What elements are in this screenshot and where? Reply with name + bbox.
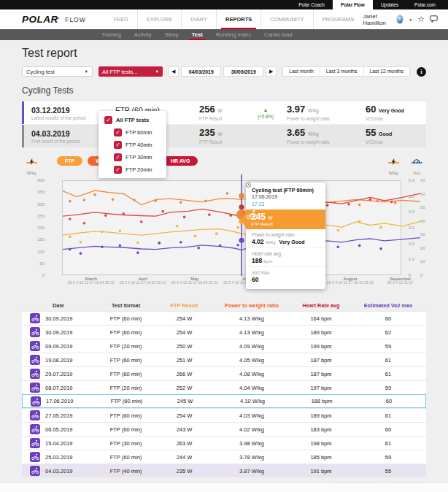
unit-toggle-label: Vo2 [413,171,420,175]
cell-heart-rate-avg: 199 bpm [292,343,350,350]
cell-ftp-result: 245 W [158,398,212,404]
date-from-field[interactable]: 04/03/2019 [181,66,221,77]
column-header-ftp-result[interactable]: FTP Result [157,302,212,309]
cell-test-format: FTP (60 min) [95,371,157,377]
site-link-polar-coach[interactable]: Polar Coach [290,0,333,9]
dropdown-option-all-ftp-tests[interactable]: ✓ All FTP tests [104,116,161,124]
legend-pill-hr-avg[interactable]: HR AVG [163,156,198,166]
cell-test-format: FTP (20 min) [95,385,157,391]
table-row[interactable]: 25.03.2019FTP (60 min)244 W3.78 W/kg185 … [22,450,426,464]
user-avatar[interactable] [396,15,403,24]
checkbox-checked-icon[interactable]: ✓ [114,141,122,149]
checkbox-checked-icon[interactable]: ✓ [104,116,112,124]
cell-vo2-max: 60 [351,398,427,404]
dropdown-option-ftp-30min[interactable]: ✓ FTP 30min [114,153,161,161]
cell-date: 25.03.2019 [45,454,73,461]
sport-select[interactable]: Cycling test ▼ [22,66,93,77]
subnav-sleep[interactable]: Sleep [158,29,185,40]
column-header-date[interactable]: Date [22,302,95,309]
cell-vo2-max: 59 [350,385,426,391]
dropdown-option-ftp-60min[interactable]: ✓ FTP 60min [114,128,161,137]
column-header-estimated-vo2[interactable]: Estimated Vo2 max [350,302,426,309]
previous-period-button[interactable]: ◀ [168,66,179,77]
nav-programs[interactable]: PROGRAMS [313,9,363,29]
date-to-field[interactable]: 30/09/2019 [223,66,263,77]
latest-wkg-value: 3.97 [287,104,305,115]
messages-bubble-icon[interactable] [430,15,438,24]
latest-ftp-unit: W [217,108,222,113]
checkbox-checked-icon[interactable]: ✓ [114,153,122,161]
table-row[interactable]: 19.08.2019FTP (60 min)251 W4.05 W/kg187 … [22,353,426,366]
cell-power-to-weight: 4.05 W/kg [212,357,292,364]
clock-icon [246,182,251,188]
subnav-running-index[interactable]: Running Index [209,29,258,40]
dropdown-option-ftp-40min[interactable]: ✓ FTP 40min [114,141,161,149]
nav-diary[interactable]: DIARY [181,9,216,29]
right-axis-wkg-toggle[interactable]: W/kg [384,155,403,177]
checkbox-checked-icon[interactable]: ✓ [114,128,122,137]
summary-row-first[interactable]: 04.03.2019 First result of the period FT… [22,125,426,147]
tooltip-vo2-value: 60 [252,276,320,283]
right-axis-vo2-toggle[interactable]: Vo2 [407,155,426,177]
first-ftp-caption: FTP Result [199,139,244,145]
plot-area[interactable]: Cycling test (FTP 60min) 17.06.2019 17:2… [62,180,401,275]
quick-range-last-12-months[interactable]: Last 12 months [363,66,409,77]
user-menu-caret-icon[interactable]: ▼ [409,18,412,22]
table-row[interactable]: 30.09.2019FTP (60 min)254 W4.13 W/kg164 … [22,311,426,325]
cell-date: 15.04.2019 [45,440,73,447]
table-row[interactable]: 06.05.2019FTP (60 min)243 W4.02 W/kg183 … [22,422,426,436]
dropdown-option-ftp-20min[interactable]: ✓ FTP 20min [114,166,161,174]
nav-feed[interactable]: FEED [105,9,137,29]
cell-power-to-weight: 3.87 W/kg [212,468,292,474]
table-header-row: Date Test format FTP Result Power to wei… [22,300,426,311]
first-wkg-caption: Power to weight ratio [287,139,358,145]
favorites-star-icon[interactable]: ☆ [417,15,425,23]
site-link-polar-flow[interactable]: Polar Flow [333,0,373,9]
table-row[interactable]: 30.09.2019FTP (60 min)254 W4.13 W/kg189 … [22,325,426,339]
dropdown-option-label: FTP 60min [125,129,152,136]
table-row[interactable]: 09.09.2019FTP (20 min)250 W4.09 W/kg199 … [22,339,426,353]
tooltip-pwr-label: Power to weight ratio [252,232,320,237]
table-row[interactable]: 27.05.2019FTP (60 min)254 W4.03 W/kg189 … [22,408,426,422]
table-row[interactable]: 29.07.2019FTP (60 min)266 W4.08 W/kg187 … [22,366,426,380]
tooltip-date: 17.06.2019 [252,194,320,199]
table-row[interactable]: 04.03.2019FTP (40 min)235 W3.87 W/kg191 … [22,464,426,477]
polar-logo[interactable]: POLAR. [22,14,60,25]
user-name[interactable]: Janet Hamilton [363,13,391,26]
x-axis-month-label: March25-3 4-10 11-17 18-24 25-31 [68,277,115,285]
test-type-select[interactable]: All FTP tests... ▼ [99,66,163,77]
quick-range-group: Last month Last 3 months Last 12 months [282,66,410,77]
subnav-activity[interactable]: Activity [128,29,158,40]
cell-vo2-max: 59 [350,454,426,461]
nav-explore[interactable]: EXPLORE [137,9,181,29]
column-header-power-to-weight[interactable]: Power to weight ratio [212,302,292,309]
nav-community[interactable]: COMMUNITY [260,9,312,29]
table-row[interactable]: 15.04.2019FTP (30 min)263 W3.98 W/kg198 … [22,436,426,450]
cell-ftp-result: 254 W [157,412,212,419]
summary-row-latest[interactable]: 03.12.2019 Latest results of the period … [22,101,426,124]
polar-flow-test-report-screen: Polar Coach Polar Flow Updates Polar.com… [0,0,448,492]
subnav-test[interactable]: Test [185,29,209,40]
column-header-test-format[interactable]: Test format [95,302,157,309]
cell-ftp-result: 254 W [157,329,212,336]
cell-heart-rate-avg: 164 bpm [292,315,350,322]
site-link-polar-com[interactable]: Polar.com [406,0,444,9]
cell-date: 27.05.2019 [45,412,73,419]
column-header-heart-rate-avg[interactable]: Heart Rate avg [292,302,350,309]
quick-range-last-3-months[interactable]: Last 3 months [320,66,363,77]
site-link-updates[interactable]: Updates [373,0,406,9]
app-header: POLAR. FLOW FEED EXPLORE DIARY REPORTS C… [0,9,448,29]
checkbox-checked-icon[interactable]: ✓ [114,166,122,174]
info-icon[interactable]: i [417,67,426,77]
next-period-button[interactable]: ▶ [266,66,277,77]
table-row[interactable]: 08.07.2019FTP (20 min)252 W4.04 W/kg197 … [22,380,426,394]
subnav-cardio-load[interactable]: Cardio load [258,29,298,40]
subnav-training[interactable]: Training [95,29,128,40]
legend-pill-ftp[interactable]: FTP [57,156,82,166]
nav-reports[interactable]: REPORTS [216,9,260,29]
quick-range-last-month[interactable]: Last month [283,66,320,77]
left-axis-unit-toggle[interactable]: W/kg [22,155,41,177]
table-row[interactable]: 17.06.2019FTP (60 min)245 W4.10 W/kg188 … [22,394,426,408]
x-axis-month-label: April25-3 4-10 11-17 18-24 25-31 [120,277,166,285]
cell-date: 09.09.2019 [45,343,73,350]
